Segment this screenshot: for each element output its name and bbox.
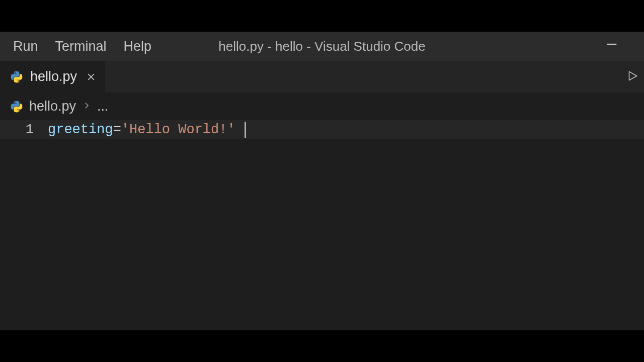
vscode-window: Run Terminal Help hello.py - hello - Vis… <box>0 32 644 330</box>
breadcrumb-file[interactable]: hello.py <box>29 99 76 114</box>
tab-label: hello.py <box>30 69 77 84</box>
letterbox-bottom <box>0 330 644 362</box>
chevron-right-icon <box>82 101 91 112</box>
breadcrumb[interactable]: hello.py ... <box>0 93 644 120</box>
token-variable: greeting <box>48 122 113 137</box>
code-line[interactable]: 1 greeting = 'Hello World!' <box>0 120 644 139</box>
text-cursor <box>245 122 246 138</box>
menu-help[interactable]: Help <box>121 37 155 56</box>
minimize-button[interactable] <box>605 37 619 55</box>
menu-terminal[interactable]: Terminal <box>52 37 110 56</box>
code-content[interactable]: greeting = 'Hello World!' <box>48 122 246 138</box>
line-number: 1 <box>0 122 48 137</box>
token-string: 'Hello World!' <box>121 122 235 137</box>
letterbox-top <box>0 0 644 32</box>
window-title: hello.py - hello - Visual Studio Code <box>218 39 425 54</box>
menu-bar: Run Terminal Help <box>0 37 154 56</box>
tab-bar: hello.py <box>0 61 644 93</box>
python-icon <box>10 70 23 83</box>
tab-hello-py[interactable]: hello.py <box>0 61 106 93</box>
python-icon <box>10 100 23 113</box>
close-tab-button[interactable] <box>84 70 98 84</box>
titlebar: Run Terminal Help hello.py - hello - Vis… <box>0 32 644 61</box>
run-file-button[interactable] <box>626 69 639 84</box>
token-operator: = <box>113 122 121 137</box>
menu-run[interactable]: Run <box>10 37 41 56</box>
breadcrumb-ellipsis[interactable]: ... <box>97 99 109 114</box>
code-editor[interactable]: 1 greeting = 'Hello World!' <box>0 120 644 139</box>
